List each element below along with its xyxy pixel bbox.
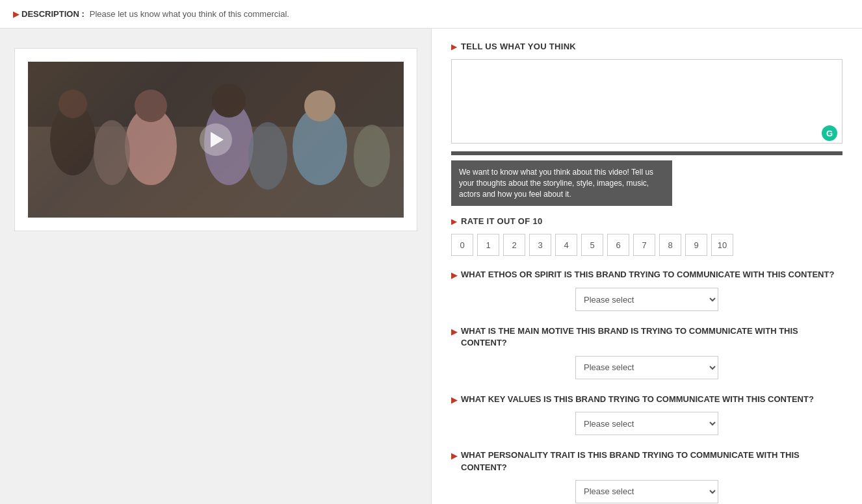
question-label-personality: ▶WHAT PERSONALITY TRAIT IS THIS BRAND TR…	[451, 449, 842, 473]
rate-section: ▶ RATE IT OUT OF 10 012345678910	[451, 216, 842, 256]
text-area-wrapper: G	[451, 59, 842, 146]
rate-number-2[interactable]: 2	[503, 234, 525, 256]
rate-arrow-icon: ▶	[451, 217, 457, 226]
tooltip-box: We want to know what you think about thi…	[451, 160, 672, 206]
question-text-ethos: WHAT ETHOS OR SPIRIT IS THIS BRAND TRYIN…	[461, 269, 834, 281]
question-arrow-icon-personality: ▶	[451, 451, 457, 462]
description-bar: ▶ DESCRIPTION : Please let us know what …	[0, 0, 862, 29]
video-container	[14, 48, 417, 231]
svg-point-5	[135, 90, 167, 122]
rate-header: ▶ RATE IT OUT OF 10	[451, 216, 842, 226]
tell-us-title: TELL US WHAT YOU THINK	[461, 42, 576, 51]
rate-number-3[interactable]: 3	[529, 234, 551, 256]
rate-number-6[interactable]: 6	[607, 234, 629, 256]
question-text-values: WHAT KEY VALUES IS THIS BRAND TRYING TO …	[461, 394, 814, 405]
question-arrow-icon-motive: ▶	[451, 327, 457, 338]
rate-number-1[interactable]: 1	[477, 234, 499, 256]
rate-number-9[interactable]: 9	[685, 234, 707, 256]
question-block-ethos: ▶WHAT ETHOS OR SPIRIT IS THIS BRAND TRYI…	[451, 269, 842, 311]
question-text-motive: WHAT IS THE MAIN MOTIVE THIS BRAND IS TR…	[461, 325, 842, 349]
svg-point-9	[304, 90, 335, 121]
rate-number-0[interactable]: 0	[451, 234, 473, 256]
question-block-values: ▶WHAT KEY VALUES IS THIS BRAND TRYING TO…	[451, 394, 842, 436]
rate-numbers: 012345678910	[451, 234, 842, 256]
svg-point-3	[59, 90, 87, 118]
rate-number-8[interactable]: 8	[659, 234, 681, 256]
tell-us-arrow-icon: ▶	[451, 42, 457, 51]
textarea-bottom-bar	[451, 151, 842, 155]
tell-us-header: ▶ TELL US WHAT YOU THINK	[451, 42, 842, 51]
play-icon	[211, 132, 224, 147]
question-text-personality: WHAT PERSONALITY TRAIT IS THIS BRAND TRY…	[461, 449, 842, 473]
right-panel: ▶ TELL US WHAT YOU THINK G We want to kn…	[431, 29, 862, 504]
svg-point-11	[248, 122, 287, 190]
rate-title: RATE IT OUT OF 10	[461, 216, 542, 226]
question-arrow-icon-ethos: ▶	[451, 270, 457, 281]
question-select-ethos[interactable]: Please select	[575, 288, 718, 311]
question-label-values: ▶WHAT KEY VALUES IS THIS BRAND TRYING TO…	[451, 394, 842, 406]
play-button[interactable]	[200, 123, 232, 156]
description-label: ▶ DESCRIPTION :	[13, 9, 85, 19]
tell-us-textarea[interactable]	[451, 59, 842, 144]
svg-point-12	[354, 125, 390, 187]
question-label-motive: ▶WHAT IS THE MAIN MOTIVE THIS BRAND IS T…	[451, 325, 842, 349]
rate-number-7[interactable]: 7	[633, 234, 655, 256]
grammarly-icon: G	[822, 125, 837, 141]
desc-arrow-icon: ▶	[13, 10, 19, 19]
svg-point-7	[212, 84, 246, 118]
questions-container: ▶WHAT ETHOS OR SPIRIT IS THIS BRAND TRYI…	[451, 269, 842, 503]
question-select-values[interactable]: Please select	[575, 412, 718, 435]
rate-number-5[interactable]: 5	[581, 234, 603, 256]
question-block-motive: ▶WHAT IS THE MAIN MOTIVE THIS BRAND IS T…	[451, 325, 842, 379]
description-text: Please let us know what you think of thi…	[90, 9, 289, 19]
question-arrow-icon-values: ▶	[451, 395, 457, 406]
main-layout: ▶ TELL US WHAT YOU THINK G We want to kn…	[0, 29, 862, 504]
tooltip-text: We want to know what you think about thi…	[459, 168, 653, 199]
question-block-personality: ▶WHAT PERSONALITY TRAIT IS THIS BRAND TR…	[451, 449, 842, 503]
question-select-motive[interactable]: Please select	[575, 356, 718, 379]
question-select-personality[interactable]: Please select	[575, 480, 718, 503]
left-panel	[0, 29, 431, 504]
rate-number-4[interactable]: 4	[555, 234, 577, 256]
rate-number-10[interactable]: 10	[711, 234, 733, 256]
svg-point-10	[94, 120, 130, 185]
question-label-ethos: ▶WHAT ETHOS OR SPIRIT IS THIS BRAND TRYI…	[451, 269, 842, 281]
video-thumbnail[interactable]	[28, 62, 404, 218]
